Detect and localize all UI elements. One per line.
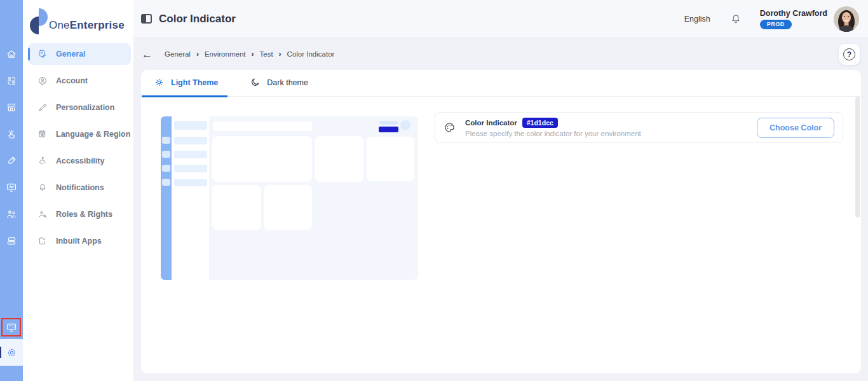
chevron-right-icon: › [251, 50, 254, 59]
sidebar-item-label: Accessibility [56, 156, 104, 165]
preview-avatar-placeholder [400, 120, 410, 130]
breadcrumb-item-general[interactable]: General [165, 50, 191, 58]
module-rail-nav [0, 0, 23, 247]
chevron-right-icon: › [196, 50, 199, 59]
preview-color-indicator-bar [379, 127, 398, 132]
calendar-clock-icon [37, 129, 48, 139]
sidebar-item-inbuilt-apps[interactable]: Inbuilt Apps [28, 230, 131, 252]
preview-card [264, 185, 312, 230]
choose-color-button[interactable]: Choose Color [757, 118, 834, 138]
sidebar-item-label: Account [56, 76, 88, 85]
preview-main [209, 116, 418, 280]
account-icon [37, 76, 48, 86]
theme-preview-thumbnail[interactable] [161, 116, 418, 280]
environment-monitor-icon[interactable] [6, 322, 17, 333]
sidebar-item-general[interactable]: General [28, 43, 131, 65]
content-card: Light Theme Dark theme [141, 70, 861, 373]
brand-logo-mark-icon [30, 8, 48, 35]
touch-action-icon[interactable] [6, 128, 17, 140]
settings-gear-icon[interactable] [6, 347, 17, 358]
topbar: Color Indicator English Dorothy Crawford… [133, 0, 868, 38]
pencil-icon [37, 102, 48, 113]
sidebar-item-label: Personalization [56, 103, 114, 112]
environment-highlight-box [1, 318, 21, 336]
setting-texts: Color Indicator #1d1dcc Please specify t… [465, 118, 641, 137]
sidebar-item-label: Language & Region [56, 130, 130, 139]
breadcrumb-item-environment[interactable]: Environment [205, 50, 246, 58]
preview-card [315, 136, 363, 182]
preview-searchbar [213, 121, 312, 131]
sidebar-item-accessibility[interactable]: Accessibility [28, 150, 131, 172]
sidebar-item-account[interactable]: Account [28, 70, 131, 92]
sidebar-item-notifications[interactable]: Notifications [28, 177, 131, 198]
preview-card [212, 185, 261, 230]
back-arrow-icon[interactable]: ← [142, 49, 153, 60]
sidebar-toggle-icon[interactable] [141, 14, 152, 24]
question-mark-icon: ? [843, 48, 855, 60]
preview-card [212, 136, 312, 182]
storefront-icon[interactable] [6, 102, 17, 113]
tab-dark-theme[interactable]: Dark theme [248, 77, 309, 96]
setting-description: Please specify the color indicator for y… [465, 130, 641, 137]
vertical-scrollbar[interactable] [855, 97, 860, 218]
tab-light-theme[interactable]: Light Theme [153, 77, 219, 96]
moon-icon [250, 77, 261, 88]
preview-card [367, 137, 414, 181]
tab-label: Light Theme [171, 78, 218, 87]
sun-icon [154, 77, 165, 88]
environment-badge: PROD [760, 20, 792, 29]
module-rail [0, 0, 23, 381]
preview-sidebar [172, 116, 209, 280]
team-sync-icon[interactable] [6, 75, 17, 87]
sidebar-item-personalization[interactable]: Personalization [28, 97, 131, 118]
chevron-right-icon: › [279, 50, 281, 59]
color-value-badge: #1d1dcc [522, 118, 558, 128]
settings-menu: General Account Personalization Language… [23, 43, 133, 252]
sidebar-item-label: Roles & Rights [56, 210, 112, 219]
preview-rail [161, 116, 172, 280]
theme-tabs: Light Theme Dark theme [141, 70, 861, 97]
sidebar-item-label: Notifications [56, 183, 104, 192]
people-icon[interactable] [6, 209, 17, 220]
tab-label: Dark theme [267, 78, 308, 87]
user-name: Dorothy Crawford [760, 9, 827, 18]
settings-sidebar: OneEnterprise General Account Personaliz… [23, 0, 133, 381]
sidebar-item-language-region[interactable]: Language & Region [28, 123, 131, 145]
sidebar-item-label: Inbuilt Apps [56, 237, 102, 246]
paintbrush-icon[interactable] [6, 155, 17, 167]
brand-name: OneEnterprise [49, 19, 125, 32]
user-menu[interactable]: Dorothy Crawford PROD [760, 9, 827, 29]
preview-topbar-placeholder [379, 121, 398, 125]
roles-key-icon [37, 209, 48, 219]
breadcrumb-item-test[interactable]: Test [259, 50, 273, 58]
brand-logo: OneEnterprise [23, 0, 133, 37]
app-root: OneEnterprise General Account Personaliz… [0, 0, 868, 381]
language-selector[interactable]: English [684, 15, 710, 24]
layers-stack-icon[interactable] [6, 235, 17, 247]
main-area: Color Indicator English Dorothy Crawford… [133, 0, 868, 381]
rail-settings-section [0, 339, 23, 366]
breadcrumb-row: ← General › Environment › Test › Color I… [133, 38, 868, 70]
sidebar-item-roles-rights[interactable]: Roles & Rights [28, 204, 131, 225]
notifications-bell-button[interactable] [729, 13, 742, 25]
bell-icon [729, 13, 742, 25]
bell-icon [37, 183, 48, 193]
breadcrumb-item-color-indicator[interactable]: Color Indicator [287, 50, 335, 58]
monitor-activity-icon[interactable] [6, 182, 17, 193]
breadcrumb: General › Environment › Test › Color Ind… [165, 50, 334, 59]
help-button[interactable]: ? [839, 44, 860, 65]
color-indicator-setting: Color Indicator #1d1dcc Please specify t… [435, 112, 843, 143]
avatar[interactable] [834, 6, 859, 32]
accessibility-icon [37, 156, 48, 166]
home-icon[interactable] [6, 48, 17, 60]
palette-icon [444, 121, 456, 134]
sidebar-item-label: General [56, 50, 86, 59]
general-doc-icon [37, 49, 48, 59]
page-title: Color Indicator [159, 13, 236, 25]
inbuilt-apps-icon [37, 236, 48, 246]
setting-title: Color Indicator [465, 119, 517, 127]
